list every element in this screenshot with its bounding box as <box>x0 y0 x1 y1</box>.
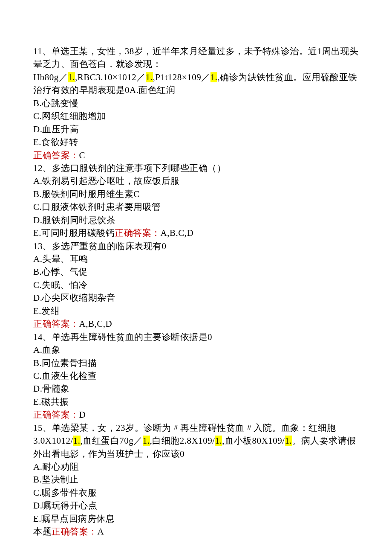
q11-stem2a: Hb80g／ <box>33 72 68 82</box>
q11-stem-line1: 11、单选王某，女性，38岁，近半年来月经量过多，未予特殊诊治。近1周出现头晕乏… <box>33 45 359 71</box>
q13-answer: 正确答案：A,B,C,D <box>33 317 359 330</box>
q15-answer-value: A <box>98 526 104 537</box>
document-page: 11、单选王某，女性，38岁，近半年来月经量过多，未予特殊诊治。近1周出现头晕乏… <box>0 0 392 555</box>
q12-option-c: C.口服液体铁剂时患者要用吸管 <box>33 200 359 213</box>
q11-answer-value: C <box>79 150 86 160</box>
q13-answer-value: A,B,C,D <box>79 319 112 329</box>
q11-hl2: 1. <box>146 72 153 82</box>
q15-stem3: ,白细胞2.8X109/ <box>150 436 215 446</box>
q14-option-a: A.血象 <box>33 343 359 356</box>
q11-stem-line2: Hb80g／1.,RBC3.10×1012／1.,P1t128×109／1.,确… <box>33 71 359 97</box>
q12-option-d: D.服铁剂同时忌饮茶 <box>33 214 359 227</box>
q15-answer: 本题正确答案：A <box>33 525 359 538</box>
q15-option-a: A.耐心劝阻 <box>33 460 359 473</box>
q11-hl3: 1. <box>210 72 218 82</box>
q12-stem: 12、多选口服铁剂的注意事项下列哪些正确（） <box>33 162 359 174</box>
q14-answer: 正确答案：D <box>33 408 359 421</box>
q12-option-e-text: E.可同时服用碳酸钙 <box>33 228 115 238</box>
q12-option-a: A.铁剂易引起恶心呕吐，故应饭后服 <box>33 174 359 187</box>
q12-answer-label: 正确答案： <box>115 228 161 238</box>
q14-stem: 14、单选再生障碍性贫血的主要诊断依据是0 <box>33 331 359 343</box>
q15-option-c: C.嘱多带件衣服 <box>33 486 359 499</box>
q14-answer-value: D <box>79 410 86 420</box>
q14-option-d: D.骨髓象 <box>33 382 359 395</box>
q15-stem: 15、单选梁某，女，23岁。诊断为〃再生障碍性贫血〃入院。血象：红细胞3.0X1… <box>33 421 359 460</box>
q11-stem2b: ,RBC3.10×1012／ <box>75 72 146 82</box>
q13-option-d: D.心尖区收缩期杂音 <box>33 291 359 304</box>
q14-option-e: E.磁共振 <box>33 395 359 408</box>
q11-option-b: B.心跳变慢 <box>33 97 359 110</box>
q11-option-e: E.食欲好转 <box>33 136 359 148</box>
q15-hl4: 1. <box>285 436 292 446</box>
q11-answer-label: 正确答案： <box>33 150 79 160</box>
q12-option-b: B.服铁剂同时服用维生素C <box>33 188 359 200</box>
q13-option-e: E.发绀 <box>33 305 359 317</box>
q11-answer: 正确答案：C <box>33 149 359 162</box>
q15-stem2: ,血红蛋白70g／ <box>81 436 143 446</box>
q15-hl3: 1. <box>215 436 222 446</box>
q12-option-e-answer: E.可同时服用碳酸钙正确答案：A,B,C,D <box>33 227 359 239</box>
q15-option-b: B.坚决制止 <box>33 473 359 486</box>
q13-stem: 13、多选严重贫血的临床表现有0 <box>33 240 359 253</box>
q15-answer-pre: 本题 <box>33 526 52 537</box>
q13-option-b: B.心悸、气促 <box>33 265 359 278</box>
q13-option-a: A.头晕、耳鸣 <box>33 253 359 265</box>
q14-answer-label: 正确答案： <box>33 410 79 420</box>
q15-hl1: 1. <box>73 436 81 446</box>
q11-hl1: 1. <box>68 72 75 82</box>
q14-option-c: C.血液生化检查 <box>33 369 359 382</box>
q12-answer-value: A,B,C,D <box>161 228 194 238</box>
q15-stem4: ,血小板80X109/ <box>222 436 285 446</box>
q13-option-c: C.失眠、怕冷 <box>33 279 359 291</box>
q15-option-d: D.嘱玩得开心点 <box>33 499 359 512</box>
q15-option-e: E.嘱早点回病房休息 <box>33 512 359 525</box>
q11-stem2c: ,P1t128×109／ <box>153 72 210 82</box>
q13-answer-label: 正确答案： <box>33 319 79 329</box>
q15-hl2: 1. <box>143 436 150 446</box>
q15-answer-label: 正确答案： <box>52 526 98 537</box>
q14-option-b: B.同位素骨扫描 <box>33 357 359 369</box>
q11-option-d: D.血压升高 <box>33 123 359 136</box>
q11-option-c: C.网织红细胞增加 <box>33 110 359 122</box>
